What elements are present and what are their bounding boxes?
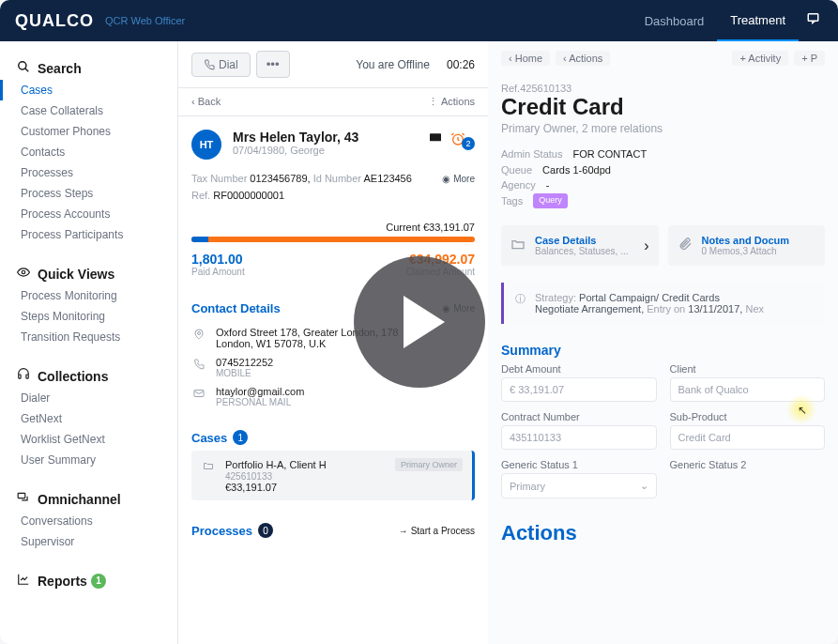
svg-line-2 bbox=[25, 69, 29, 72]
alarm-icon[interactable]: 2 bbox=[450, 130, 475, 150]
sidebar-item-supervisor[interactable]: Supervisor bbox=[0, 531, 177, 552]
pin-icon bbox=[191, 327, 206, 344]
reports-badge: 1 bbox=[91, 574, 106, 589]
cases-count: 1 bbox=[233, 430, 248, 445]
sidebar-omni-section: Omnichannel Conversations Supervisor bbox=[0, 487, 177, 552]
paid-amount: 1,801.00 bbox=[191, 252, 245, 267]
contact-address: Oxford Street 178, Greater London, 178 L… bbox=[178, 323, 488, 353]
debt-field: € 33,191.07 bbox=[501, 377, 657, 402]
case-details-card[interactable]: Case Details Balances, Statuses, ... › bbox=[501, 225, 659, 266]
avatar: HT bbox=[191, 130, 221, 160]
chevron-right-icon: › bbox=[644, 238, 648, 254]
person-header: HT Mrs Helen Taylor, 43 07/04/1980, Geor… bbox=[178, 116, 488, 173]
summary-title: Summary bbox=[501, 343, 825, 358]
chat-icon[interactable] bbox=[806, 10, 823, 31]
sidebar-quickviews-section: Quick Views Process Monitoring Steps Mon… bbox=[0, 262, 177, 347]
folder-icon bbox=[510, 237, 526, 255]
right-column: ‹ Home ‹ Actions + Activity + P Ref.4256… bbox=[488, 41, 838, 644]
product-title: Credit Card bbox=[488, 94, 838, 120]
crumb-activity[interactable]: + Activity bbox=[732, 51, 788, 66]
sidebar-item-dialer[interactable]: Dialer bbox=[0, 388, 177, 408]
sidebar-item-participants[interactable]: Process Participants bbox=[0, 224, 177, 245]
crumb-actions[interactable]: ‹ Actions bbox=[556, 51, 610, 66]
crumb-p[interactable]: + P bbox=[794, 51, 825, 66]
sidebar-item-contacts[interactable]: Contacts bbox=[0, 142, 177, 162]
message-icon[interactable] bbox=[428, 130, 443, 149]
svg-point-3 bbox=[22, 270, 25, 274]
sidebar-omni-heading: Omnichannel bbox=[0, 487, 177, 511]
actions-menu[interactable]: ⋮ Actions bbox=[428, 96, 475, 108]
headset-icon bbox=[17, 368, 38, 384]
sidebar-item-collaterals[interactable]: Case Collaterals bbox=[0, 100, 177, 121]
sidebar-item-processes[interactable]: Processes bbox=[0, 162, 177, 183]
chat-bubbles-icon bbox=[17, 491, 38, 507]
processes-count: 0 bbox=[258, 523, 273, 538]
sidebar-item-cases[interactable]: Cases bbox=[0, 80, 177, 100]
sidebar-item-getnext[interactable]: GetNext bbox=[0, 408, 177, 429]
chevron-down-icon: ⌄ bbox=[640, 480, 648, 492]
sidebar-quickviews-heading: Quick Views bbox=[0, 262, 177, 285]
svg-rect-0 bbox=[808, 14, 818, 22]
meta-rows: Admin Status FOR CONTACT Queue Cards 1-6… bbox=[488, 146, 838, 218]
sidebar-item-convs[interactable]: Conversations bbox=[0, 511, 177, 531]
case-card[interactable]: Portfolio H-A, Client H Primary Owner 42… bbox=[191, 451, 475, 500]
contact-more[interactable]: ◉ More bbox=[442, 303, 475, 314]
contact-email: htaylor@gmail.com PERSONAL MAIL bbox=[178, 382, 488, 417]
sidebar-item-stepsmon[interactable]: Steps Monitoring bbox=[0, 306, 177, 327]
sidebar-item-usersummary[interactable]: User Summary bbox=[0, 450, 177, 470]
eye-icon bbox=[17, 266, 38, 282]
actions-title: Actions bbox=[488, 508, 838, 545]
call-toolbar: Dial ••• You are Offline 00:26 bbox=[178, 41, 488, 88]
sidebar-reports[interactable]: Reports 1 bbox=[0, 569, 177, 592]
subproduct-field: Credit Card bbox=[670, 425, 826, 450]
contract-field: 435110133 bbox=[501, 425, 657, 450]
info-icon: ⓘ bbox=[515, 292, 526, 306]
sidebar-item-worklist[interactable]: Worklist GetNext bbox=[0, 429, 177, 450]
dial-button[interactable]: Dial bbox=[191, 53, 251, 77]
sidebar-search-section: Search Cases Case Collaterals Customer P… bbox=[0, 56, 177, 245]
alarm-badge: 2 bbox=[462, 137, 475, 150]
sidebar-item-steps[interactable]: Process Steps bbox=[0, 183, 177, 204]
start-process[interactable]: → Start a Process bbox=[399, 526, 475, 536]
sidebar-item-phones[interactable]: Customer Phones bbox=[0, 121, 177, 142]
sidebar-item-transition[interactable]: Transition Requests bbox=[0, 327, 177, 347]
progress-area: Current €33,191.07 1,801.00 Paid Amount … bbox=[178, 212, 488, 290]
notes-card[interactable]: Notes and Docum 0 Memos,3 Attach bbox=[668, 225, 826, 266]
sidebar-search-heading: Search bbox=[0, 56, 177, 80]
back-button[interactable]: ‹ Back bbox=[191, 96, 221, 108]
call-timer: 00:26 bbox=[447, 58, 475, 71]
search-icon bbox=[17, 60, 38, 76]
chart-icon bbox=[17, 573, 38, 589]
more-button[interactable]: ◉ More bbox=[442, 174, 475, 184]
nav-dashboard[interactable]: Dashboard bbox=[632, 14, 718, 28]
ids-row: Tax Number 0123456789, Id Number AE12345… bbox=[178, 173, 488, 190]
nav-treatment[interactable]: Treatment bbox=[717, 0, 799, 41]
sidebar-item-procmon[interactable]: Process Monitoring bbox=[0, 285, 177, 306]
status1-field[interactable]: Primary⌄ bbox=[501, 473, 657, 498]
crumb-home[interactable]: ‹ Home bbox=[501, 51, 550, 66]
claimed-amount: €34,992.07 bbox=[406, 252, 475, 267]
cases-title: Cases bbox=[191, 431, 227, 445]
product-ref: Ref.425610133 bbox=[488, 75, 838, 94]
more-options-button[interactable]: ••• bbox=[256, 51, 290, 78]
progress-fill bbox=[191, 237, 208, 242]
sidebar-collections-heading: Collections bbox=[0, 364, 177, 388]
person-sub: 07/04/1980, George bbox=[233, 145, 358, 156]
sidebar: Search Cases Case Collaterals Customer P… bbox=[0, 41, 178, 644]
product-sub: Primary Owner, 2 more relations bbox=[488, 120, 838, 146]
processes-title: Processes bbox=[191, 524, 252, 538]
nav-row: ‹ Back ⋮ Actions bbox=[178, 88, 488, 116]
svg-point-9 bbox=[198, 332, 201, 335]
sidebar-collections-section: Collections Dialer GetNext Worklist GetN… bbox=[0, 364, 177, 470]
person-name: Mrs Helen Taylor, 43 bbox=[233, 130, 358, 145]
phone-icon bbox=[191, 357, 206, 374]
client-field: Bank of Qualco bbox=[670, 377, 826, 402]
contact-phone: 0745212252 MOBILE bbox=[178, 353, 488, 382]
paperclip-icon bbox=[678, 237, 693, 255]
breadcrumbs: ‹ Home ‹ Actions + Activity + P bbox=[488, 41, 838, 75]
folder-icon bbox=[201, 458, 216, 475]
sidebar-item-accounts[interactable]: Process Accounts bbox=[0, 204, 177, 224]
strategy-box: ⓘ Strategy: Portal Campaign/ Credit Card… bbox=[501, 283, 825, 324]
svg-rect-7 bbox=[430, 133, 441, 141]
contact-title: Contact Details bbox=[191, 301, 281, 315]
